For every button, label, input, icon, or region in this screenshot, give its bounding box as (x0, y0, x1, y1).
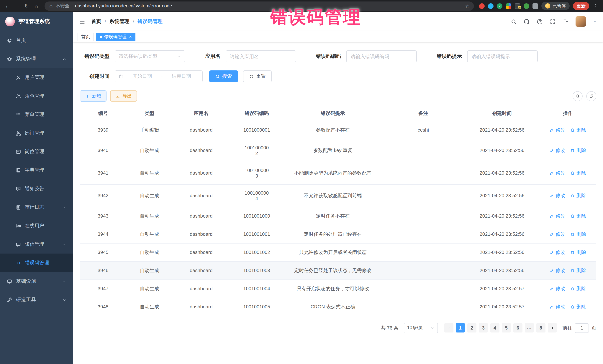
edit-link[interactable]: 修改 (550, 267, 565, 274)
delete-link[interactable]: 删除 (570, 303, 586, 310)
col-header-create-time: 创建时间 (464, 106, 540, 121)
close-icon[interactable]: × (129, 34, 132, 39)
paused-badge[interactable]: 已暂停 (541, 2, 570, 10)
edit-icon (550, 148, 554, 153)
sidebar-item-role-management[interactable]: 角色管理 (0, 87, 73, 105)
search-icon[interactable] (510, 18, 517, 25)
user-avatar[interactable] (576, 16, 586, 27)
sidebar-item-online-users[interactable]: 在线用户 (0, 217, 73, 235)
menu-dots-icon[interactable]: ⋮ (593, 3, 599, 9)
edit-link[interactable]: 修改 (550, 127, 565, 133)
sidebar-item-post-management[interactable]: 岗位管理 (0, 142, 73, 161)
goto-page-input[interactable] (575, 323, 589, 333)
breadcrumb-system-management[interactable]: 系统管理 (109, 18, 129, 25)
extension-icon[interactable] (479, 3, 485, 9)
delete-link[interactable]: 删除 (570, 213, 586, 219)
extension-icon[interactable] (524, 3, 529, 9)
cell-remark (382, 279, 464, 298)
sidebar-item-menu-management[interactable]: 菜单管理 (0, 105, 73, 124)
page-button[interactable]: 3 (479, 323, 488, 332)
delete-link[interactable]: 删除 (570, 147, 586, 154)
edit-link[interactable]: 修改 (550, 170, 565, 176)
more-pages-button[interactable]: ⋯ (525, 323, 534, 332)
delete-link[interactable]: 删除 (570, 192, 586, 199)
address-bar[interactable]: ⚠ 不安全 dashboard.yudao.iocoder.cn/system/… (45, 1, 474, 11)
sidebar-item-user-management[interactable]: 用户管理 (0, 68, 73, 87)
menu-label: 首页 (16, 37, 26, 44)
sidebar-item-notice-announcement[interactable]: 通知公告 (0, 179, 73, 198)
next-page-button[interactable] (548, 323, 557, 332)
chevron-down-icon[interactable] (593, 19, 597, 24)
error-hint-input[interactable] (467, 50, 537, 62)
error-code-input[interactable] (346, 50, 417, 62)
edit-link[interactable]: 修改 (550, 303, 565, 310)
delete-link[interactable]: 删除 (570, 249, 586, 255)
edit-link[interactable]: 修改 (550, 213, 565, 219)
extension-icon[interactable] (488, 3, 494, 9)
tag-label: 首页 (81, 33, 90, 40)
sidebar-item-sms-management[interactable]: 短信管理 (0, 235, 73, 254)
page-button[interactable]: 1 (456, 323, 465, 332)
edit-link[interactable]: 修改 (550, 192, 565, 199)
sidebar-item-dictionary-management[interactable]: 字典管理 (0, 161, 73, 179)
create-time-range-picker[interactable]: 开始日期 - 结束日期 (115, 70, 203, 82)
delete-link[interactable]: 删除 (570, 285, 586, 292)
reset-button[interactable]: 重置 (243, 70, 272, 82)
page-button[interactable]: 5 (502, 323, 511, 332)
back-button[interactable]: ← (3, 1, 12, 10)
extensions-puzzle-icon[interactable] (533, 3, 538, 9)
show-search-toggle-button[interactable] (573, 91, 583, 101)
app-name-input[interactable] (225, 50, 296, 62)
sidebar-item-system-management[interactable]: 系统管理 (0, 50, 73, 68)
add-button[interactable]: 新增 (80, 90, 106, 101)
edit-link[interactable]: 修改 (550, 147, 565, 154)
edit-link[interactable]: 修改 (550, 285, 565, 292)
export-button[interactable]: 导出 (110, 90, 137, 101)
page-button[interactable]: 4 (490, 323, 499, 332)
sidebar-item-department-management[interactable]: 部门管理 (0, 124, 73, 142)
cell-id: 3939 (80, 121, 126, 139)
refresh-table-button[interactable] (586, 91, 596, 101)
extension-icon[interactable]: v (497, 3, 502, 9)
update-button[interactable]: 更新 (573, 2, 589, 10)
sidebar-item-audit-log[interactable]: 审计日志 (0, 198, 73, 217)
extension-icon[interactable] (506, 3, 511, 9)
tag-error-code-management[interactable]: 错误码管理 × (96, 33, 135, 41)
breadcrumb-home[interactable]: 首页 (91, 18, 101, 25)
sidebar-item-dev-tools[interactable]: 研发工具 (0, 291, 73, 309)
sidebar-item-infrastructure[interactable]: 基础设施 (0, 272, 73, 291)
tag-home[interactable]: 首页 (78, 33, 94, 41)
sidebar-item-error-code-management[interactable]: 错误码管理 (0, 254, 73, 272)
page-button[interactable]: 6 (513, 323, 522, 332)
cell-remark (382, 261, 464, 279)
delete-link[interactable]: 删除 (570, 170, 586, 176)
github-icon[interactable] (524, 18, 530, 25)
dev-tools-icon (7, 297, 12, 303)
hamburger-icon[interactable] (79, 18, 85, 25)
page-button[interactable]: 2 (467, 323, 476, 332)
page-size-select[interactable]: 10条/页 (404, 323, 438, 333)
reload-button[interactable]: ↻ (22, 1, 31, 10)
cell-actions: 修改 删除 (540, 207, 596, 225)
bookmark-star-icon[interactable]: ☆ (465, 3, 469, 9)
error-code-icon (16, 260, 21, 265)
edit-link[interactable]: 修改 (550, 231, 565, 237)
fullscreen-icon[interactable] (550, 18, 556, 25)
edit-link[interactable]: 修改 (550, 249, 565, 255)
home-button[interactable]: ⌂ (32, 1, 41, 10)
delete-link[interactable]: 删除 (570, 127, 586, 133)
cell-actions: 修改 删除 (540, 261, 596, 279)
forward-button[interactable]: → (13, 1, 22, 10)
error-type-select[interactable]: 请选择错误码类型 (115, 50, 185, 62)
col-header-remark: 备注 (382, 106, 464, 121)
delete-link[interactable]: 删除 (570, 231, 586, 237)
table-row: 3943 自动生成 dashboard 1001001000 定时任务不存在 2… (80, 207, 596, 225)
help-icon[interactable] (537, 18, 543, 25)
font-size-icon[interactable] (563, 18, 569, 25)
extension-icon[interactable]: on (515, 3, 520, 9)
search-button[interactable]: 搜索 (209, 70, 238, 82)
delete-link[interactable]: 删除 (570, 267, 586, 274)
page-button[interactable]: 8 (536, 323, 545, 332)
prev-page-button[interactable] (444, 323, 453, 332)
sidebar-item-home[interactable]: 首页 (0, 31, 73, 50)
